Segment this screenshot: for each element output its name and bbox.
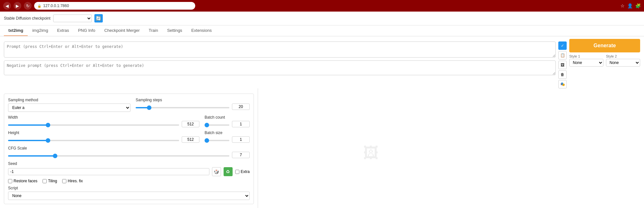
height-batch-row: Height Batch size [8,131,250,143]
browser-chrome: ◀ ▶ ↻ 🔒 127.0.0.1:7860 ☆ 👤 🧩 [0,0,644,12]
top-bar: Stable Diffusion checkpoint 🔄 [0,12,644,25]
url-bar[interactable]: 🔒 127.0.0.1:7860 [34,2,195,10]
paste-icon-button[interactable]: 📋 [558,51,567,59]
height-value-input[interactable] [182,136,199,143]
cfg-scale-label: CFG Scale [8,146,250,150]
controls-section: Sampling method Euler a Euler LMS Heun D… [4,94,254,204]
script-label: Script [8,186,250,190]
forward-button[interactable]: ▶ [14,2,21,10]
dice-button[interactable]: 🎲 [212,167,221,176]
style2-label: Style 2 [606,54,640,58]
extra-label: Extra [241,169,250,174]
seed-label: Seed [8,161,250,166]
width-label: Width [8,115,199,120]
image-output-area: 🖼 [258,88,483,208]
checkboxes-row: Restore faces Tiling Hires. fix [8,179,250,183]
profile-icon[interactable]: 👤 [627,3,633,8]
style1-label: Style 1 [569,54,603,58]
batch-size-input[interactable] [232,136,250,143]
batch-size-label: Batch size [205,131,250,135]
height-label: Height [8,131,199,135]
tab-train[interactable]: Train [144,25,163,36]
sampling-method-label: Sampling method [8,98,130,102]
refresh-checkpoint-button[interactable]: 🔄 [94,14,103,23]
sampling-steps-slider[interactable] [136,107,229,108]
extra-checkbox[interactable] [235,170,239,174]
checkpoint-label: Stable Diffusion checkpoint [4,16,51,21]
app-container: Stable Diffusion checkpoint 🔄 txt2img im… [0,12,644,208]
style1-col: Style 1 None [569,54,603,67]
seed-input[interactable] [8,168,209,175]
tiling-text: Tiling [48,179,57,183]
style2-select[interactable]: None [606,59,640,67]
sampling-method-select[interactable]: Euler a Euler LMS Heun DPM2 DPM++ 2M DDI… [8,104,130,112]
width-col: Width [8,115,199,127]
width-slider[interactable] [8,124,179,126]
positive-prompt[interactable] [4,41,556,58]
reload-button[interactable]: ↻ [24,2,32,10]
height-slider-row [8,136,199,143]
image-icon-button[interactable]: 🖼 [558,61,567,69]
prompts-generate-area: ✓ 📋 🖼 🗑 🎭 Generate Style 1 None Style 2 [0,36,644,88]
hires-fix-text: Hires. fix [68,179,83,183]
generate-button[interactable]: Generate [569,39,640,52]
cfg-slider-container [8,153,229,158]
cfg-scale-row: CFG Scale [8,146,250,158]
generate-column: Generate Style 1 None Style 2 None [569,39,640,88]
prompts-column [4,39,556,88]
width-slider-container [8,122,179,127]
batch-size-row [205,136,250,143]
sampling-steps-col: Sampling steps [136,98,250,112]
tab-img2img[interactable]: img2img [28,25,53,36]
hires-fix-label[interactable]: Hires. fix [62,179,83,183]
style2-col: Style 2 None [606,54,640,67]
hires-fix-checkbox[interactable] [62,179,66,183]
extra-checkbox-label[interactable]: Extra [235,169,250,174]
tab-settings[interactable]: Settings [163,25,187,36]
browser-actions: ☆ 👤 🧩 [620,3,641,8]
script-select[interactable]: None [8,192,250,200]
tab-txt2img[interactable]: txt2img [4,25,28,36]
extra-icon-button[interactable]: 🎭 [558,80,567,88]
restore-faces-label[interactable]: Restore faces [8,179,37,183]
batch-count-input[interactable] [232,121,250,127]
cfg-scale-input[interactable] [232,152,250,158]
batch-size-slider-container [205,137,229,142]
tab-extras[interactable]: Extras [53,25,73,36]
extension-icon[interactable]: 🧩 [635,3,641,8]
cfg-slider-row [8,152,250,158]
sampling-steps-input[interactable] [232,104,250,110]
tab-png-info[interactable]: PNG Info [73,25,100,36]
sampling-steps-slider-container [136,104,229,109]
trash-icon-button[interactable]: 🗑 [558,70,567,79]
batch-count-slider[interactable] [205,124,229,126]
script-row: Script None [8,186,250,200]
tab-checkpoint-merger[interactable]: Checkpoint Merger [100,25,144,36]
checkbox-icon-button[interactable]: ✓ [558,41,567,50]
tiling-label[interactable]: Tiling [43,179,57,183]
toolbar-icons: ✓ 📋 🖼 🗑 🎭 [558,39,567,88]
width-value-input[interactable] [182,121,199,127]
tiling-checkbox[interactable] [43,179,47,183]
batch-size-slider[interactable] [205,140,229,141]
batch-count-row [205,121,250,127]
seed-section: Seed 🎲 ♻ Extra [8,161,250,176]
restore-faces-checkbox[interactable] [8,179,12,183]
height-slider[interactable] [8,140,179,141]
checkpoint-select[interactable] [53,14,92,22]
batch-size-col: Batch size [205,131,250,143]
height-slider-container [8,137,179,142]
style1-select[interactable]: None [569,59,603,67]
batch-count-label: Batch count [205,115,250,120]
back-button[interactable]: ◀ [3,2,11,10]
width-slider-row [8,121,199,127]
controls-area: Sampling method Euler a Euler LMS Heun D… [0,88,258,208]
sampling-method-col: Sampling method Euler a Euler LMS Heun D… [8,98,130,112]
cfg-scale-slider[interactable] [8,155,229,157]
style-row: Style 1 None Style 2 None [569,54,640,67]
batch-count-col: Batch count [205,115,250,127]
negative-prompt[interactable] [4,60,556,75]
recycle-button[interactable]: ♻ [224,167,233,176]
tab-extensions[interactable]: Extensions [187,25,216,36]
bookmark-icon[interactable]: ☆ [620,3,625,8]
